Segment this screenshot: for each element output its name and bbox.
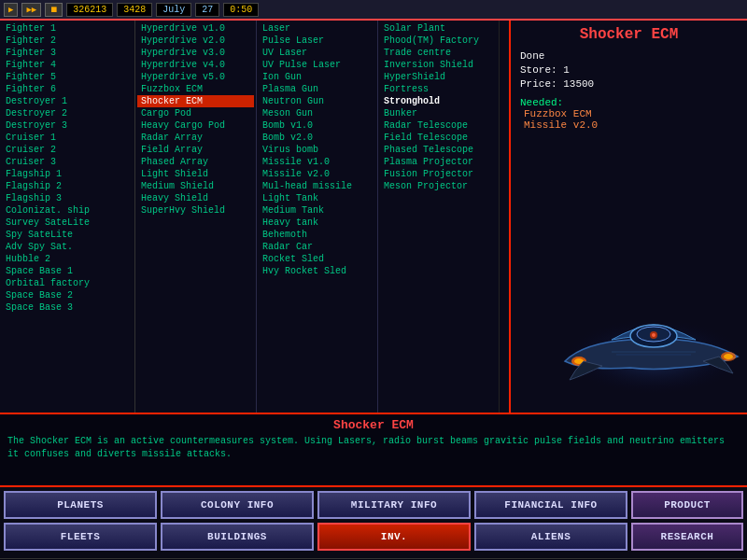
- tech-item[interactable]: Pulse Laser: [259, 35, 375, 47]
- tech-item[interactable]: Fusion Projector: [380, 168, 497, 180]
- tech-item[interactable]: Solar Plant: [380, 22, 497, 35]
- unit-item[interactable]: Adv Spy Sat.: [0, 241, 134, 253]
- unit-item[interactable]: Spy SateLite: [0, 229, 134, 241]
- tech-item[interactable]: Meson Projector: [380, 180, 497, 192]
- tech-item[interactable]: Light Tank: [259, 192, 375, 204]
- tech-item[interactable]: Radar Telescope: [380, 119, 497, 132]
- tech-item[interactable]: Light Shield: [137, 168, 254, 180]
- unit-item[interactable]: Flagship 3: [0, 192, 134, 204]
- tech-item[interactable]: SuperHvy Shield: [137, 204, 254, 217]
- tech-item[interactable]: Fortress: [380, 83, 497, 95]
- research-btn[interactable]: RESEARCH: [631, 523, 743, 551]
- tech-item[interactable]: HyperShield: [380, 71, 497, 83]
- unit-item[interactable]: Fighter 3: [0, 47, 134, 59]
- unit-item[interactable]: Cruiser 3: [0, 156, 134, 168]
- unit-list: Fighter 1Fighter 2Fighter 3Fighter 4Figh…: [0, 21, 135, 413]
- unit-item[interactable]: Space Base 3: [0, 301, 134, 314]
- tech-item[interactable]: Behemoth: [259, 229, 375, 241]
- tech-item[interactable]: Stronghold: [380, 95, 497, 107]
- financial-info-btn[interactable]: FINANCIAL INFO: [474, 491, 627, 519]
- military-info-btn[interactable]: MILITARY INFO: [317, 491, 471, 519]
- tech-item[interactable]: Shocker ECM: [137, 95, 254, 107]
- tech-item[interactable]: Hyperdrive v2.0: [137, 35, 254, 47]
- unit-item[interactable]: Fighter 6: [0, 83, 134, 95]
- unit-item[interactable]: Flagship 2: [0, 180, 134, 192]
- unit-item[interactable]: Fighter 4: [0, 59, 134, 71]
- tech-item[interactable]: Virus bomb: [259, 144, 375, 156]
- store-value: 1: [563, 64, 570, 76]
- tech-item[interactable]: UV Laser: [259, 47, 375, 59]
- unit-item[interactable]: Cruiser 2: [0, 144, 134, 156]
- buildings-btn[interactable]: BUILDINGS: [161, 523, 314, 551]
- aliens-btn[interactable]: ALIENS: [474, 523, 627, 551]
- unit-item[interactable]: Destroyer 3: [0, 119, 134, 132]
- tech-item[interactable]: Field Array: [137, 144, 254, 156]
- tech-item[interactable]: Hyperdrive v5.0: [137, 71, 254, 83]
- tech-item[interactable]: Hyperdrive v1.0: [137, 22, 254, 35]
- product-btn[interactable]: PRODUCT: [631, 491, 743, 519]
- inv-btn[interactable]: INV.: [317, 523, 471, 551]
- fleets-btn[interactable]: FLEETS: [4, 523, 157, 551]
- needed-label: Needed:: [520, 97, 738, 108]
- btn-row-1: PLANETS COLONY INFO MILITARY INFO FINANC…: [4, 491, 743, 519]
- tech-item[interactable]: Laser: [259, 22, 375, 35]
- unit-item[interactable]: Survey SateLite: [0, 217, 134, 229]
- tech-item[interactable]: Bomb v1.0: [259, 119, 375, 132]
- tech-item[interactable]: Plasma Gun: [259, 83, 375, 95]
- tech-item[interactable]: Hvy Rocket Sled: [259, 265, 375, 277]
- time-display: 0:50: [223, 3, 259, 17]
- tech-item[interactable]: Field Telescope: [380, 132, 497, 144]
- tech-item[interactable]: Phased Array: [137, 156, 254, 168]
- tech-item[interactable]: Rocket Sled: [259, 253, 375, 265]
- unit-item[interactable]: Fighter 1: [0, 22, 134, 35]
- unit-item[interactable]: Space Base 2: [0, 289, 134, 301]
- unit-item[interactable]: Flagship 1: [0, 168, 134, 180]
- tech-item[interactable]: Medium Tank: [259, 204, 375, 217]
- tech-item[interactable]: Phased Telescope: [380, 144, 497, 156]
- tech-item[interactable]: Heavy Cargo Pod: [137, 119, 254, 132]
- tech-item[interactable]: Missile v1.0: [259, 156, 375, 168]
- tech-item[interactable]: UV Pulse Laser: [259, 59, 375, 71]
- tech-item[interactable]: Neutron Gun: [259, 95, 375, 107]
- tech-item[interactable]: Bunker: [380, 107, 497, 119]
- unit-item[interactable]: Destroyer 1: [0, 95, 134, 107]
- tech-item[interactable]: Plasma Projector: [380, 156, 497, 168]
- tech-item[interactable]: Radar Array: [137, 132, 254, 144]
- desc-text: The Shocker ECM is an active countermeas…: [7, 435, 740, 461]
- unit-item[interactable]: Space Base 1: [0, 265, 134, 277]
- tech-item[interactable]: Missile v2.0: [259, 168, 375, 180]
- tech-item[interactable]: Medium Shield: [137, 180, 254, 192]
- unit-item[interactable]: Orbital factory: [0, 277, 134, 289]
- tech-item[interactable]: Radar Car: [259, 241, 375, 253]
- month-display: July: [156, 3, 191, 17]
- tech-item[interactable]: Heavy Shield: [137, 192, 254, 204]
- tech-item[interactable]: Hyperdrive v3.0: [137, 47, 254, 59]
- tech-item[interactable]: Mul-head missile: [259, 180, 375, 192]
- unit-item[interactable]: Cruiser 1: [0, 132, 134, 144]
- btn-row-2: FLEETS BUILDINGS INV. ALIENS RESEARCH: [4, 523, 743, 551]
- unit-item[interactable]: Colonizat. ship: [0, 204, 134, 217]
- tech-item[interactable]: Heavy tank: [259, 217, 375, 229]
- main-area: Fighter 1Fighter 2Fighter 3Fighter 4Figh…: [0, 21, 747, 413]
- unit-item[interactable]: Fighter 2: [0, 35, 134, 47]
- tech-item[interactable]: Phood(TM) Factory: [380, 35, 497, 47]
- tech-item[interactable]: Bomb v2.0: [259, 132, 375, 144]
- unit-item[interactable]: Hubble 2: [0, 253, 134, 265]
- tech-item[interactable]: Ion Gun: [259, 71, 375, 83]
- ff-btn[interactable]: ▶▶: [21, 3, 41, 17]
- credits-display: 326213: [66, 3, 113, 17]
- price-field: Price: 13500: [520, 78, 738, 90]
- tech-item[interactable]: Cargo Pod: [137, 107, 254, 119]
- planets-btn[interactable]: PLANETS: [4, 491, 157, 519]
- tech-item[interactable]: Inversion Shield: [380, 59, 497, 71]
- pause-btn[interactable]: ▶: [4, 3, 18, 17]
- tech-item[interactable]: Fuzzbox ECM: [137, 83, 254, 95]
- unit-item[interactable]: Destroyer 2: [0, 107, 134, 119]
- tech-item[interactable]: Meson Gun: [259, 107, 375, 119]
- unit-item[interactable]: Fighter 5: [0, 71, 134, 83]
- stop-btn[interactable]: ⏹: [45, 3, 63, 17]
- colony-info-btn[interactable]: COLONY INFO: [161, 491, 314, 519]
- tech-col-2: LaserPulse LaserUV LaserUV Pulse LaserIo…: [257, 21, 378, 413]
- tech-item[interactable]: Hyperdrive v4.0: [137, 59, 254, 71]
- tech-item[interactable]: Trade centre: [380, 47, 497, 59]
